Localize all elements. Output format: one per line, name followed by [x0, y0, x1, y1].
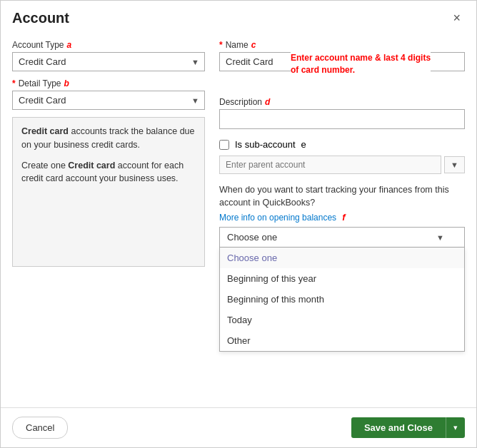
save-dropdown-arrow-button[interactable]: ▾	[446, 417, 465, 438]
more-info-link[interactable]: More info on opening balances	[219, 213, 336, 223]
dialog-body: Account Type a Credit Card ▼ * Detail Ty…	[1, 33, 476, 407]
description-input[interactable]	[219, 109, 465, 129]
tracking-label: When do you want to start tracking your …	[219, 184, 465, 209]
account-type-label: Account Type a	[12, 40, 205, 50]
detail-type-select-wrapper: Credit Card ▼	[12, 91, 205, 110]
dialog-footer: Cancel Save and Close ▾	[1, 407, 476, 447]
info-text-2: Create one Credit card account for each …	[21, 159, 196, 186]
tracking-group: When do you want to start tracking your …	[219, 184, 465, 248]
description-group: Description d	[219, 97, 465, 129]
name-input[interactable]	[219, 52, 465, 71]
cancel-button[interactable]: Cancel	[12, 417, 68, 439]
sub-account-row: Is sub-account e	[219, 139, 465, 150]
dropdown-arrow-icon: ▼	[436, 233, 444, 242]
account-type-group: Account Type a Credit Card ▼	[12, 40, 205, 71]
sub-account-checkbox[interactable]	[219, 140, 229, 150]
info-text-1: Credit card accounts track the balance d…	[21, 125, 196, 152]
account-dialog: Account × Account Type a Credit Card ▼	[0, 0, 477, 448]
save-button-group: Save and Close ▾	[351, 417, 465, 438]
account-type-select-wrapper: Credit Card ▼	[12, 52, 205, 71]
dropdown-option-other[interactable]: Other	[220, 330, 464, 351]
left-column: Account Type a Credit Card ▼ * Detail Ty…	[12, 40, 205, 400]
right-column: * Name c Enter account name & last 4 dig…	[219, 40, 465, 400]
description-label: Description d	[219, 97, 465, 107]
info-box: Credit card accounts track the balance d…	[12, 117, 205, 267]
account-type-select[interactable]: Credit Card	[12, 52, 205, 71]
parent-account-row: ▼	[219, 156, 465, 174]
save-and-close-button[interactable]: Save and Close	[351, 417, 446, 438]
sub-account-label: Is sub-account	[235, 139, 296, 150]
dropdown-selected-label: Choose one	[227, 232, 277, 243]
dropdown-option-beginning-year[interactable]: Beginning of this year	[220, 268, 464, 289]
name-field-wrapper: Enter account name & last 4 digitsof car…	[219, 52, 465, 71]
dropdown-option-choose-one[interactable]: Choose one	[220, 248, 464, 268]
detail-type-select[interactable]: Credit Card	[12, 91, 205, 110]
dialog-header: Account ×	[1, 1, 476, 33]
tracking-dropdown-container: Choose one ▼ Choose one Beginning of thi…	[219, 227, 465, 248]
dropdown-option-today[interactable]: Today	[220, 310, 464, 330]
dialog-title: Account	[12, 10, 69, 26]
dropdown-option-beginning-month[interactable]: Beginning of this month	[220, 289, 464, 310]
sub-account-group: Is sub-account e ▼	[219, 139, 465, 174]
parent-account-input[interactable]	[219, 156, 441, 174]
detail-type-group: * Detail Type b Credit Card ▼	[12, 78, 205, 110]
name-group: * Name c Enter account name & last 4 dig…	[219, 40, 465, 71]
name-label: * Name c	[219, 40, 465, 50]
close-button[interactable]: ×	[448, 9, 465, 27]
tracking-dropdown-button[interactable]: Choose one ▼	[219, 227, 465, 248]
detail-type-label: * Detail Type b	[12, 78, 205, 88]
tracking-dropdown-list: Choose one Beginning of this year Beginn…	[219, 248, 465, 352]
parent-account-arrow-icon[interactable]: ▼	[444, 156, 465, 173]
